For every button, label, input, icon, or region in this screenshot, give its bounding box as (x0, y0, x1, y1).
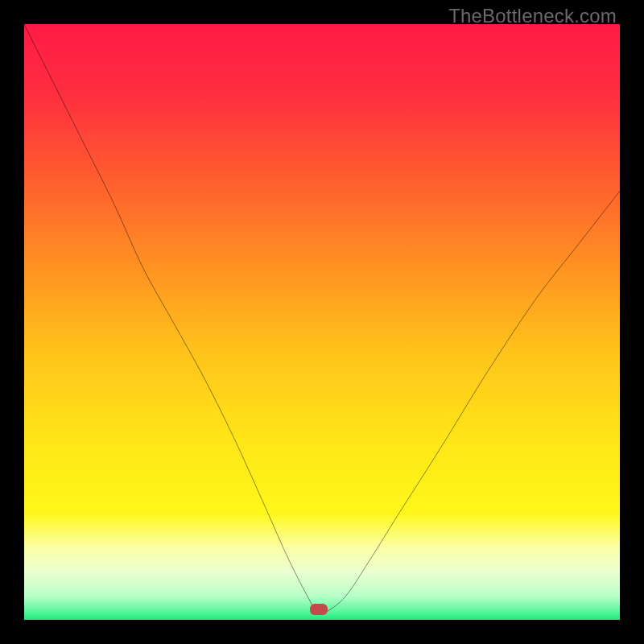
plot-area (24, 24, 620, 620)
bottleneck-curve (24, 24, 620, 620)
watermark-text: TheBottleneck.com (448, 5, 617, 27)
optimal-marker (310, 604, 328, 615)
chart-frame: TheBottleneck.com (0, 0, 644, 644)
